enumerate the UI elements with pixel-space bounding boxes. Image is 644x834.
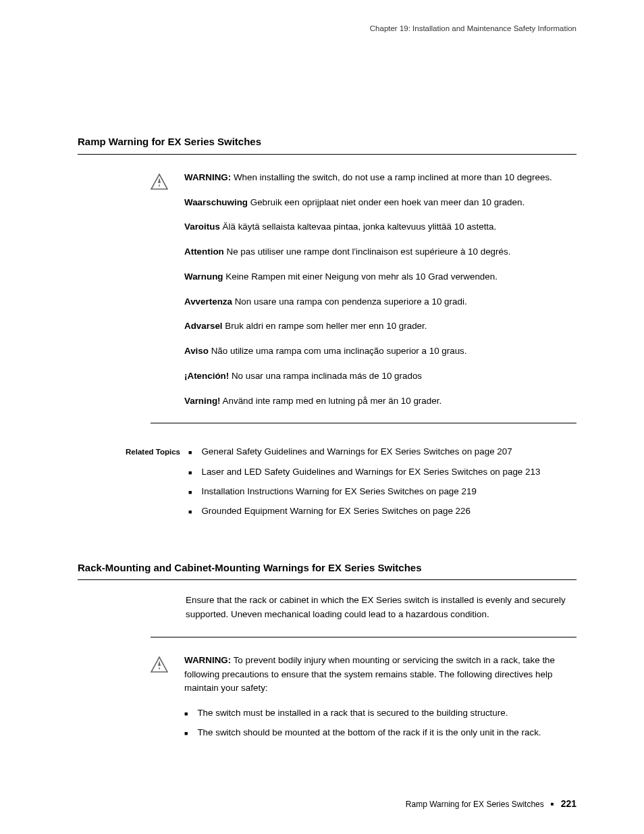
text: The switch must be installed in a rack t… xyxy=(197,706,508,720)
warning-body: WARNING: To prevent bodily injury when m… xyxy=(184,654,576,746)
warning-text-es: ¡Atención! No usar una rampa inclinada m… xyxy=(184,369,576,384)
warning-text-sv: Varning! Använd inte ramp med en lutning… xyxy=(184,394,576,409)
bullet-icon: ■ xyxy=(184,710,188,719)
label: WARNING: xyxy=(184,172,231,182)
warning-body: WARNING: When installing the switch, do … xyxy=(184,171,576,409)
heading-ramp: Ramp Warning for EX Series Switches xyxy=(78,134,576,155)
list-item: ■Laser and LED Safety Guidelines and War… xyxy=(188,465,576,479)
warning-text-pt: Aviso Não utilize uma rampa com uma incl… xyxy=(184,344,576,359)
text: Keine Rampen mit einer Neigung von mehr … xyxy=(223,271,498,282)
related-topics-label: Related Topics xyxy=(78,445,188,458)
label: Varning! xyxy=(184,396,221,406)
related-topics-list: ■General Safety Guidelines and Warnings … xyxy=(188,445,576,523)
bullet-icon: ■ xyxy=(188,448,192,458)
label: ¡Atención! xyxy=(184,371,229,381)
warning-text-en: WARNING: When installing the switch, do … xyxy=(184,171,576,185)
warning-block: WARNING: When installing the switch, do … xyxy=(151,171,576,409)
text: Älä käytä sellaista kaltevaa pintaa, jon… xyxy=(220,221,496,232)
heading-rack: Rack-Mounting and Cabinet-Mounting Warni… xyxy=(78,561,576,581)
label: Advarsel xyxy=(184,321,223,331)
bullet-icon: ■ xyxy=(551,800,554,808)
link-text[interactable]: General Safety Guidelines and Warnings f… xyxy=(201,445,512,459)
text: When installing the switch, do not use a… xyxy=(231,172,552,182)
label: Aviso xyxy=(184,346,209,356)
link-text[interactable]: Grounded Equipment Warning for EX Series… xyxy=(201,504,470,518)
page-footer: Ramp Warning for EX Series Switches ■ 22… xyxy=(406,797,576,811)
label: Warnung xyxy=(184,271,223,282)
text: The switch should be mounted at the bott… xyxy=(197,726,541,739)
divider xyxy=(151,423,576,423)
running-header: Chapter 19: Installation and Maintenance… xyxy=(78,23,576,34)
list-item: ■The switch must be installed in a rack … xyxy=(184,706,576,720)
intro-paragraph: Ensure that the rack or cabinet in which… xyxy=(186,594,576,622)
warning-text: WARNING: To prevent bodily injury when m… xyxy=(184,654,576,696)
list-item: ■Installation Instructions Warning for E… xyxy=(188,485,576,498)
footer-section-name: Ramp Warning for EX Series Switches xyxy=(406,798,544,810)
warning-text-nl: Waarschuwing Gebruik een oprijplaat niet… xyxy=(184,196,576,210)
link-text[interactable]: Installation Instructions Warning for EX… xyxy=(201,485,476,498)
label: Varoitus xyxy=(184,221,220,232)
page: Chapter 19: Installation and Maintenance… xyxy=(0,0,644,834)
page-number: 221 xyxy=(561,797,576,811)
text: To prevent bodily injury when mounting o… xyxy=(184,655,555,694)
text: Använd inte ramp med en lutning på mer ä… xyxy=(221,396,442,406)
section-ramp-warning: Ramp Warning for EX Series Switches WARN… xyxy=(78,134,576,524)
text: No usar una rampa inclinada más de 10 gr… xyxy=(229,371,422,381)
warning-icon xyxy=(151,656,168,673)
text: Non usare una rampa con pendenza superio… xyxy=(232,296,467,307)
divider xyxy=(151,637,576,637)
warning-text-fi: Varoitus Älä käytä sellaista kaltevaa pi… xyxy=(184,220,576,234)
bullet-icon: ■ xyxy=(184,729,188,739)
warning-text-de: Warnung Keine Rampen mit einer Neigung v… xyxy=(184,270,576,284)
warning-text-fr: Attention Ne pas utiliser une rampe dont… xyxy=(184,245,576,259)
text: Não utilize uma rampa com uma inclinação… xyxy=(209,346,467,356)
text: Ne pas utiliser une rampe dont l'inclina… xyxy=(224,246,511,257)
warning-text-no: Advarsel Bruk aldri en rampe som heller … xyxy=(184,319,576,334)
list-item: ■The switch should be mounted at the bot… xyxy=(184,726,576,739)
warning-block: WARNING: To prevent bodily injury when m… xyxy=(151,654,576,746)
text: Bruk aldri en rampe som heller mer enn 1… xyxy=(223,321,427,331)
list-item: ■Grounded Equipment Warning for EX Serie… xyxy=(188,504,576,518)
bullet-icon: ■ xyxy=(188,469,192,478)
link-text[interactable]: Laser and LED Safety Guidelines and Warn… xyxy=(201,465,540,479)
list-item: ■General Safety Guidelines and Warnings … xyxy=(188,445,576,459)
section-rack-mounting: Rack-Mounting and Cabinet-Mounting Warni… xyxy=(78,561,576,746)
label: Attention xyxy=(184,246,224,257)
text: Gebruik een oprijplaat niet onder een ho… xyxy=(248,197,525,207)
warning-icon xyxy=(151,174,168,190)
related-topics: Related Topics ■General Safety Guideline… xyxy=(78,445,576,523)
bullet-icon: ■ xyxy=(188,488,192,498)
warning-text-it: Avvertenza Non usare una rampa con pende… xyxy=(184,295,576,309)
label: Avvertenza xyxy=(184,296,232,307)
label: Waarschuwing xyxy=(184,197,248,207)
label: WARNING: xyxy=(184,655,231,665)
bullet-icon: ■ xyxy=(188,508,192,517)
